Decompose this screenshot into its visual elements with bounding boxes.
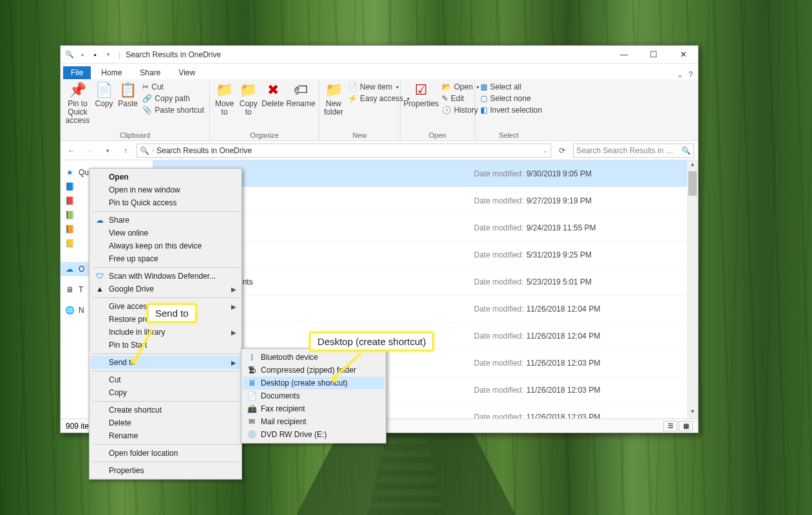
ctx-include-lib[interactable]: Include in library▶: [91, 326, 240, 339]
ctx-cut[interactable]: Cut: [91, 373, 240, 386]
icons-view-button[interactable]: ▦: [679, 421, 693, 431]
sendto-bluetooth[interactable]: ᛒBluetooth device: [243, 351, 384, 364]
qat-dropdown[interactable]: ▾: [103, 50, 113, 60]
sendto-desktop-shortcut[interactable]: 🖥Desktop (create shortcut): [243, 377, 384, 389]
ctx-copy[interactable]: Copy: [91, 386, 240, 399]
tab-share[interactable]: Share: [132, 66, 168, 79]
selectnone-icon: ▢: [480, 94, 487, 103]
folder-icon: 📙: [64, 224, 75, 234]
file-date: 11/26/2018 12:03 PM: [526, 386, 600, 395]
newfolder-button[interactable]: 📁New folder: [323, 80, 344, 117]
copyto-button[interactable]: 📁Copy to: [238, 80, 259, 117]
ctx-free-space[interactable]: Free up space: [91, 252, 240, 265]
ctx-rename[interactable]: Rename: [91, 429, 240, 442]
breadcrumb-dropdown[interactable]: ⌄: [543, 147, 548, 154]
ribbon-collapse-icon[interactable]: ⌄: [677, 70, 683, 79]
maximize-button[interactable]: ☐: [639, 46, 668, 64]
qat-props[interactable]: ▪: [90, 50, 100, 60]
sendto-compressed[interactable]: 🗜Compressed (zipped) folder: [243, 364, 384, 377]
ctx-view-online[interactable]: View online: [91, 227, 240, 239]
fax-icon: 📠: [247, 404, 257, 413]
callout-desktop: Desktop (create shortcut): [309, 332, 434, 351]
pin-quick-button[interactable]: 📌Pin to Quick access: [64, 80, 91, 126]
qat-new[interactable]: ▫: [77, 50, 88, 60]
address-bar: ← → ▾ ↑ 🔍 › Search Results in OneDrive ⌄…: [61, 141, 698, 160]
sendto-mail[interactable]: ✉Mail recipient: [243, 415, 384, 428]
cut-button[interactable]: ✂Cut: [141, 82, 205, 92]
network-icon: 🌐: [64, 305, 75, 315]
details-view-button[interactable]: ☰: [663, 421, 677, 431]
paste-shortcut-button[interactable]: 📎Paste shortcut: [141, 105, 205, 115]
file-date: 5/23/2019 5:01 PM: [526, 277, 591, 286]
date-label: Date modified:: [474, 250, 524, 259]
open-button[interactable]: 📂Open▾: [440, 82, 480, 92]
ctx-send-to[interactable]: Send to▶: [91, 356, 240, 369]
refresh-button[interactable]: ⟳: [555, 146, 569, 155]
ctx-pin-start[interactable]: Pin to Start: [91, 339, 240, 351]
callout-sendto: Send to: [147, 303, 197, 323]
help-icon[interactable]: ?: [688, 70, 693, 79]
scroll-thumb[interactable]: [688, 171, 697, 196]
rename-button[interactable]: 🏷Rename: [287, 80, 315, 108]
ctx-properties[interactable]: Properties: [91, 464, 240, 477]
group-open-label: Open: [404, 131, 471, 140]
bluetooth-icon: ᛒ: [247, 353, 257, 362]
folder-icon: 📗: [64, 210, 75, 220]
disc-icon: 💿: [247, 430, 257, 439]
edit-button[interactable]: ✎Edit: [440, 93, 480, 104]
ctx-delete[interactable]: Delete: [91, 417, 240, 429]
titlebar[interactable]: 🔍 ▫ ▪ ▾ | Search Results in OneDrive — ☐…: [61, 46, 698, 64]
vertical-scrollbar[interactable]: ▴ ▾: [687, 160, 698, 418]
minimize-button[interactable]: —: [609, 46, 639, 64]
ctx-open[interactable]: Open: [91, 171, 240, 183]
ctx-pin-quick[interactable]: Pin to Quick access: [91, 196, 240, 209]
ctx-scan-defender[interactable]: 🛡Scan with Windows Defender...: [91, 270, 240, 283]
ctx-open-location[interactable]: Open folder location: [91, 447, 240, 460]
recent-dropdown[interactable]: ▾: [100, 144, 115, 158]
breadcrumb[interactable]: 🔍 › Search Results in OneDrive ⌄: [137, 144, 551, 158]
documents-icon: 📄: [247, 391, 257, 400]
sendto-documents[interactable]: 📄Documents: [243, 389, 384, 402]
group-select-label: Select: [479, 131, 538, 140]
selectall-button[interactable]: ▦Select all: [479, 82, 543, 92]
ctx-keep-device[interactable]: Always keep on this device: [91, 239, 240, 252]
file-name: Pics: [203, 304, 474, 314]
tab-view[interactable]: View: [171, 66, 203, 79]
date-label: Date modified:: [474, 386, 524, 395]
group-organize-label: Organize: [214, 131, 315, 140]
cloud-icon: ☁: [64, 264, 75, 274]
copypath-button[interactable]: 🔗Copy path: [141, 93, 205, 104]
date-label: Date modified:: [474, 277, 524, 286]
history-button[interactable]: 🕓History: [440, 105, 480, 115]
search-input[interactable]: Search Search Results in One… 🔍: [573, 144, 694, 158]
search-icon: 🔍: [681, 146, 691, 155]
scroll-up-button[interactable]: ▴: [687, 160, 698, 171]
moveto-button[interactable]: 📁Move to: [214, 80, 235, 117]
sendto-dvd[interactable]: 💿DVD RW Drive (E:): [243, 428, 384, 441]
ribbon-tabs: File Home Share View ⌄ ?: [61, 64, 698, 79]
sendto-fax[interactable]: 📠Fax recipient: [243, 402, 384, 415]
copy-button[interactable]: 📄Copy: [93, 80, 115, 108]
forward-button[interactable]: →: [82, 144, 97, 158]
file-name: nts: [203, 223, 474, 232]
scroll-down-button[interactable]: ▾: [687, 407, 698, 418]
properties-button[interactable]: ☑Properties: [404, 80, 438, 108]
up-button[interactable]: ↑: [118, 144, 133, 158]
delete-button[interactable]: ✖Delete: [261, 80, 284, 108]
invert-button[interactable]: ◧Invert selection: [479, 105, 543, 115]
tab-home[interactable]: Home: [93, 66, 129, 79]
close-button[interactable]: ✕: [668, 46, 698, 64]
ctx-open-new-window[interactable]: Open in new window: [91, 183, 240, 196]
paste-button[interactable]: 📋Paste: [117, 80, 138, 108]
selectnone-button[interactable]: ▢Select none: [479, 93, 543, 104]
ctx-share[interactable]: ☁Share: [91, 214, 240, 227]
file-name: ots: [203, 250, 474, 259]
ctx-google-drive[interactable]: ▲Google Drive▶: [91, 283, 240, 295]
shortcut-icon: 📎: [142, 106, 152, 115]
ctx-create-shortcut[interactable]: Create shortcut: [91, 404, 240, 417]
newitem-icon: 📄: [348, 82, 357, 91]
back-button[interactable]: ←: [64, 144, 79, 158]
file-date: 9/27/2019 9:19 PM: [526, 196, 591, 205]
file-date: 9/24/2019 11:55 PM: [526, 223, 596, 232]
tab-file[interactable]: File: [63, 66, 91, 79]
